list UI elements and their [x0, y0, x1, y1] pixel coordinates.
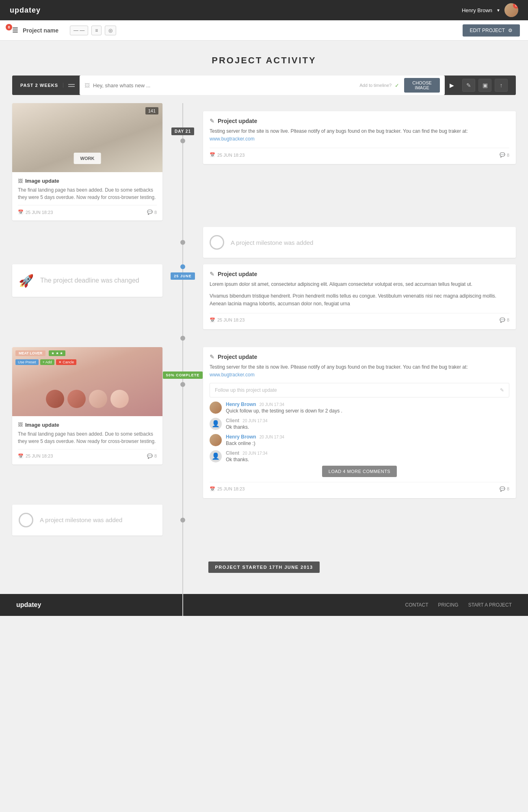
grid-view-btn[interactable]: ◎ [105, 26, 116, 35]
calendar-icon: 📅 [18, 209, 24, 215]
deadline-card: 🚀 The project deadline was changed [12, 264, 162, 297]
image-card-1-footer: 📅 25 JUN 18:23 💬 8 [18, 205, 157, 215]
right-card-1-text: Testing server for the site is now live.… [210, 127, 509, 143]
image-card-2: MEAT LOVER ★ ★ ★ Use Preset + Add ✕ Canc… [12, 347, 162, 464]
comment-time-3: 20 JUN 17:34 [260, 435, 284, 439]
comment-content-1: Henry Brown 20 JUN 17:34 Quick follow up… [226, 402, 509, 414]
filter-bar: PAST 2 WEEKS 🖼 Add to timeline? ✓ CHOOSE… [12, 76, 516, 95]
timeline-dot-1 [180, 138, 185, 143]
right-card-3-text1: Lorem ipsum dolor sit amet, consectetur … [210, 281, 509, 288]
footer-contact-link[interactable]: CONTACT [405, 602, 428, 608]
project-nav-item[interactable]: 8 ☰ Project name [8, 26, 58, 34]
footer: updatey CONTACT PRICING START A PROJECT [0, 594, 528, 616]
right-card-1-title: ✎ Project update [210, 118, 509, 124]
comment-content-3: Henry Brown 20 JUN 17:34 Back online :) [226, 434, 509, 446]
calendar-icon-r3: 📅 [210, 317, 215, 323]
share-input[interactable] [93, 82, 356, 89]
right-card-4-comments: 💬 8 [500, 486, 509, 492]
hamburger-icon: ☰ [12, 26, 18, 34]
comment-placeholder: Follow up this project update [215, 387, 277, 393]
comment-author-3: Henry Brown [226, 434, 256, 440]
comment-avatar-4: 👤 [210, 450, 222, 462]
comment-icon-r3: 💬 [500, 317, 505, 323]
footer-logo: updatey [16, 601, 41, 609]
edit-project-button[interactable]: EDIT PROJECT ⚙ [463, 24, 520, 37]
right-card-3-comments: 💬 8 [500, 317, 509, 323]
image-card-2-text: The final landing page has been added. D… [18, 430, 157, 445]
user-menu[interactable]: Henry Brown ▼ 8 [462, 3, 518, 17]
load-more-comments-button[interactable]: LOAD 4 MORE COMMENTS [322, 466, 397, 477]
calendar-icon-r4: 📅 [210, 486, 215, 492]
comment-input-wrap: Follow up this project update ✎ [210, 383, 509, 397]
comment-time-2: 20 JUN 17:34 [242, 419, 267, 423]
comment-item-4: 👤 Client 20 JUN 17:34 Ok thanks. [210, 450, 509, 462]
footer-pricing-link[interactable]: PRICING [438, 602, 459, 608]
deadline-text: The project deadline was changed [40, 277, 139, 284]
arrow-right-icon: ▶ [450, 82, 454, 89]
image-card-2-body: 🖼 Image update The final landing page ha… [12, 416, 162, 464]
filter-lines-btn[interactable] [68, 84, 75, 87]
image-filter-btn[interactable]: ▣ [478, 79, 491, 92]
list-view-btn[interactable]: ≡ [91, 26, 102, 35]
day-label: DAY 21 [171, 127, 194, 135]
comment-text-1: Quick follow up, the testing server is d… [226, 408, 509, 414]
gear-icon: ⚙ [508, 28, 513, 33]
comment-item-1: Henry Brown 20 JUN 17:34 Quick follow up… [210, 402, 509, 414]
right-milestone-card-1: A project milestone was added [203, 227, 516, 258]
image-card-2-date: 📅 25 JUN 18:23 [18, 454, 53, 459]
edit-filter-btn[interactable]: ✎ [462, 79, 475, 92]
compose-icon: ✎ [500, 387, 504, 393]
image-card-1-comments: 💬 8 [147, 209, 157, 215]
image-card-1-date: 📅 25 JUN 18:23 [18, 209, 53, 215]
comment-list: Henry Brown 20 JUN 17:34 Quick follow up… [210, 402, 509, 462]
check-icon: ✓ [395, 82, 399, 89]
milestone-circle-r1 [210, 235, 224, 250]
comment-author-4: Client [226, 450, 239, 456]
bugtracker-link-1[interactable]: www.bugtracker.com [210, 136, 255, 142]
right-card-1-footer: 📅 25 JUN 18:23 💬 8 [210, 148, 509, 158]
comment-header-2: Client 20 JUN 17:34 [226, 418, 509, 423]
image-card-2-comments: 💬 8 [147, 454, 157, 459]
comment-icon-r1: 💬 [500, 152, 505, 158]
rocket-icon: 🚀 [19, 274, 34, 288]
image-card-2-title: 🖼 Image update [18, 422, 157, 428]
bugtracker-link-4[interactable]: www.bugtracker.com [210, 372, 255, 378]
comment-text-2: Ok thanks. [226, 424, 509, 430]
upload-filter-btn[interactable]: ↑ [495, 79, 508, 92]
comment-icon: 💬 [147, 209, 153, 215]
calendar-icon-r1: 📅 [210, 152, 215, 158]
image-card-1-body: 🖼 Image update The final landing page ha… [12, 172, 162, 220]
image-card-1: WORK 141 🖼 Image update The final landin… [12, 103, 162, 220]
comment-item-2: 👤 Client 20 JUN 17:34 Ok thanks. [210, 418, 509, 430]
edit-project-label: EDIT PROJECT [470, 28, 505, 33]
right-card-3-text2: Vivamus bibendum tristique hendrerit. Pr… [210, 292, 509, 308]
comment-header-4: Client 20 JUN 17:34 [226, 450, 509, 456]
image-placeholder-2: MEAT LOVER ★ ★ ★ Use Preset + Add ✕ Canc… [12, 347, 162, 416]
june-label: 25 JUNE [171, 272, 195, 280]
right-card-1-date: 📅 25 JUN 18:23 [210, 152, 245, 158]
milestone-circle-l [19, 513, 33, 527]
share-input-wrap: 🖼 Add to timeline? ✓ CHOOSE IMAGE [80, 76, 445, 95]
comment-icon-r4: 💬 [500, 486, 505, 492]
avatar[interactable]: 8 [504, 3, 518, 17]
range-label: PAST 2 WEEKS [20, 83, 63, 88]
image-card-1-title: 🖼 Image update [18, 178, 157, 184]
timeline-dot-5 [180, 382, 185, 387]
choose-image-button[interactable]: CHOOSE IMAGE [404, 78, 440, 93]
comment-item-3: Henry Brown 20 JUN 17:34 Back online :) [210, 434, 509, 446]
timeline-view-btn[interactable]: — — [70, 26, 88, 35]
right-card-4-text: Testing server for the site is now live.… [210, 363, 509, 379]
timeline-dot-4 [180, 336, 185, 341]
comment-avatar-2: 👤 [210, 418, 222, 430]
right-card-3-date: 📅 25 JUN 18:23 [210, 317, 245, 323]
image-icon-small: 🖼 [18, 178, 23, 184]
chevron-down-icon: ▼ [496, 8, 500, 13]
timeline-dot-6 [180, 518, 185, 523]
comment-header-1: Henry Brown 20 JUN 17:34 [226, 402, 509, 407]
footer-start-project-link[interactable]: START A PROJECT [468, 602, 512, 608]
milestone-text-l: A project milestone was added [40, 516, 122, 523]
right-card-4: ✎ Project update Testing server for the … [203, 347, 516, 498]
page-title: PROJECT ACTIVITY [0, 55, 528, 66]
right-card-3: ✎ Project update Lorem ipsum dolor sit a… [203, 264, 516, 329]
complete-label: 50% COMPLETE [163, 371, 203, 379]
